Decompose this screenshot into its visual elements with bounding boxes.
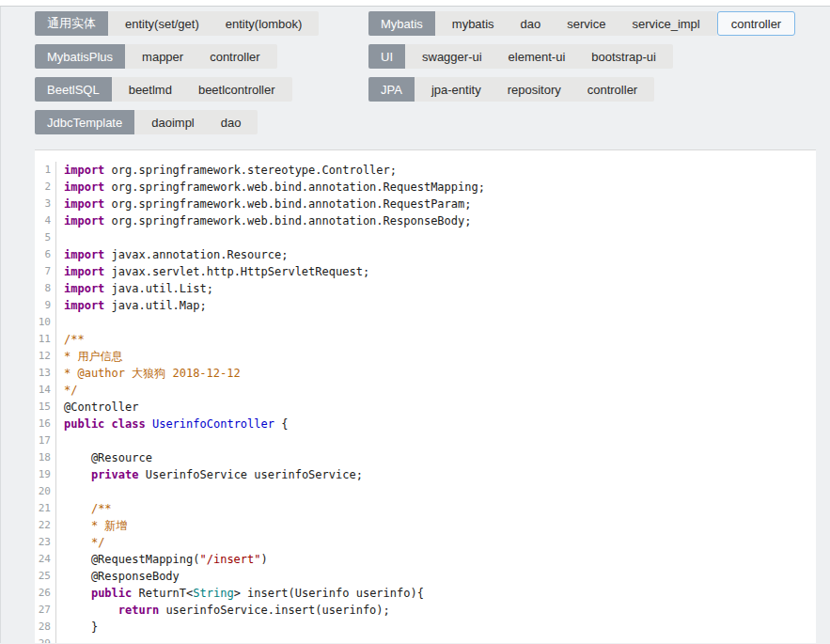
- line-content: private UserinfoService userinfoService;: [56, 466, 363, 483]
- code-line: 18 @Resource: [35, 449, 816, 466]
- code-token-cm: /**: [91, 502, 112, 515]
- group-label-button[interactable]: UI: [368, 44, 405, 69]
- code-token-pl: userinfoService.insert(userinfo);: [159, 604, 390, 617]
- line-number: 12: [35, 348, 56, 365]
- line-content: import javax.annotation.Resource;: [56, 246, 288, 263]
- template-button[interactable]: swagger-ui: [409, 44, 495, 69]
- code-line: 10: [35, 314, 816, 331]
- code-token-cm: */: [64, 384, 77, 397]
- code-line: 5: [35, 229, 816, 246]
- code-token-cls: UserinfoController: [152, 417, 274, 431]
- code-token-kw: public: [91, 587, 132, 600]
- template-button[interactable]: jpa-entity: [418, 77, 494, 102]
- line-content: import org.springframework.web.bind.anno…: [56, 212, 472, 229]
- template-button[interactable]: element-ui: [495, 44, 579, 69]
- code-line: 29: [35, 636, 816, 643]
- code-line: 6import javax.annotation.Resource;: [35, 246, 816, 263]
- code-token-pl: [64, 468, 91, 481]
- template-button-selected[interactable]: controller: [717, 11, 795, 36]
- template-button[interactable]: mybatis: [439, 11, 508, 36]
- group-items: mappercontroller: [125, 44, 277, 69]
- code-line: 13* @author 大狼狗 2018-12-12: [35, 365, 816, 382]
- code-token-kw: private: [91, 468, 139, 481]
- code-token-typ: String: [193, 587, 233, 600]
- code-token-kw: import: [64, 248, 104, 261]
- code-token-cm: * 新增: [91, 519, 127, 532]
- template-button[interactable]: service: [554, 11, 619, 36]
- line-number: 27: [35, 602, 56, 619]
- template-groups-left: 通用实体entity(set/get)entity(lombok)Mybatis…: [35, 11, 368, 143]
- line-content: public class UserinfoController {: [56, 416, 288, 432]
- line-content: [56, 432, 64, 449]
- code-line: 12* 用户信息: [35, 348, 816, 365]
- code-line: 3import org.springframework.web.bind.ann…: [35, 196, 816, 212]
- code-token-pl: java.util.Map;: [104, 299, 206, 312]
- code-token-pl: ): [261, 553, 268, 566]
- code-token-pl: java.util.List;: [104, 282, 213, 295]
- code-token-pl: [64, 604, 118, 617]
- template-button[interactable]: controller: [574, 77, 650, 102]
- template-group: Mybatismybatisdaoserviceservice_implcont…: [368, 11, 795, 36]
- code-token-pl: @RequestMapping(: [64, 553, 200, 566]
- group-label-button[interactable]: BeetlSQL: [35, 77, 112, 102]
- code-token-kw: return: [118, 604, 159, 617]
- group-label-button[interactable]: JPA: [368, 77, 415, 102]
- code-token-pl: [64, 502, 91, 515]
- line-number: 6: [35, 246, 56, 263]
- line-number: 5: [35, 229, 56, 246]
- code-token-pl: org.springframework.web.bind.annotation.…: [104, 197, 471, 211]
- line-content: [56, 229, 64, 246]
- code-token-kw: import: [64, 197, 104, 211]
- group-label-button[interactable]: Mybatis: [368, 11, 435, 36]
- line-content: @Resource: [56, 449, 152, 466]
- line-number: 18: [35, 449, 56, 466]
- code-token-kw: import: [64, 181, 104, 194]
- template-button[interactable]: beetlcontroller: [185, 77, 289, 102]
- template-button[interactable]: dao: [508, 11, 555, 36]
- template-button[interactable]: mapper: [129, 44, 196, 69]
- line-number: 10: [35, 314, 56, 331]
- group-items: daoimpldao: [134, 110, 258, 134]
- template-button[interactable]: daoimpl: [138, 110, 208, 134]
- code-token-pl: > insert(Userinfo userinfo){: [234, 587, 424, 600]
- group-label-button[interactable]: JdbcTemplate: [35, 110, 134, 134]
- line-number: 17: [35, 432, 56, 449]
- template-toolbar: 通用实体entity(set/get)entity(lombok)Mybatis…: [1, 7, 830, 143]
- template-button[interactable]: entity(lombok): [212, 11, 316, 36]
- template-button[interactable]: controller: [196, 44, 273, 69]
- template-button[interactable]: beetlmd: [116, 77, 185, 102]
- line-content: }: [56, 619, 98, 636]
- code-line: 8import java.util.List;: [35, 280, 816, 297]
- template-button[interactable]: service_impl: [619, 11, 713, 36]
- code-token-kw: import: [64, 282, 104, 295]
- code-line: 23 */: [35, 534, 816, 551]
- line-content: import java.util.List;: [56, 280, 213, 297]
- code-line: 26 public ReturnT<String> insert(Userinf…: [35, 585, 816, 602]
- template-button[interactable]: bootstrap-ui: [578, 44, 669, 69]
- group-items: beetlmdbeetlcontroller: [112, 77, 292, 102]
- line-content: public ReturnT<String> insert(Userinfo u…: [56, 585, 424, 602]
- template-group: 通用实体entity(set/get)entity(lombok): [35, 11, 319, 36]
- line-content: import org.springframework.web.bind.anno…: [56, 196, 472, 212]
- template-button[interactable]: dao: [208, 110, 255, 134]
- template-button[interactable]: entity(set/get): [112, 11, 212, 36]
- code-token-pl: [146, 417, 152, 431]
- code-token-cm: * 用户信息: [64, 350, 122, 363]
- code-line: 21 /**: [35, 500, 816, 517]
- template-group: BeetlSQLbeetlmdbeetlcontroller: [35, 77, 292, 102]
- code-token-kw: import: [64, 164, 104, 177]
- line-number: 16: [35, 416, 56, 432]
- code-line: 16public class UserinfoController {: [35, 416, 816, 432]
- line-content: */: [56, 534, 104, 551]
- code-line: 24 @RequestMapping("/insert"): [35, 551, 816, 568]
- line-content: @Controller: [56, 399, 138, 416]
- line-content: @RequestMapping("/insert"): [56, 551, 268, 568]
- template-button[interactable]: repository: [494, 77, 574, 102]
- line-number: 14: [35, 382, 56, 399]
- group-label-button[interactable]: MybatisPlus: [35, 44, 125, 69]
- code-line: 7import javax.servlet.http.HttpServletRe…: [35, 263, 816, 280]
- group-items: entity(set/get)entity(lombok): [108, 11, 319, 36]
- code-line: 19 private UserinfoService userinfoServi…: [35, 466, 816, 483]
- code-line: 2import org.springframework.web.bind.ann…: [35, 179, 816, 196]
- group-label-button[interactable]: 通用实体: [35, 11, 108, 36]
